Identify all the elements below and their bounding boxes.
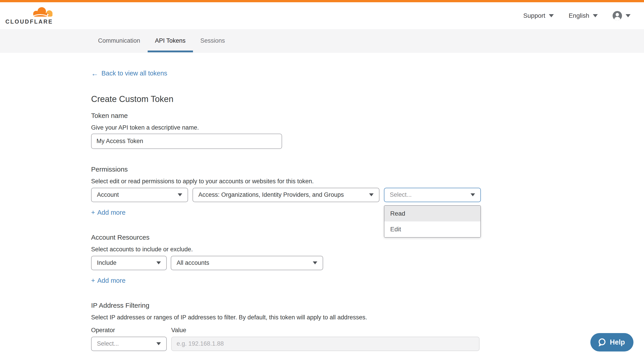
ip-filtering-section: IP Address Filtering Select IP addresses… <box>91 301 553 351</box>
chevron-down-icon <box>593 14 598 17</box>
back-link[interactable]: ← Back to view all tokens <box>91 70 167 77</box>
tab-communication[interactable]: Communication <box>91 29 148 52</box>
profile-tabbar: Communication API Tokens Sessions <box>0 29 644 53</box>
permissions-section: Permissions Select edit or read permissi… <box>91 165 553 216</box>
plus-icon: + <box>91 277 95 284</box>
chevron-down-icon <box>470 193 475 196</box>
account-menu[interactable] <box>612 11 630 21</box>
permissions-heading: Permissions <box>91 165 553 173</box>
chevron-down-icon <box>313 261 317 264</box>
menu-option-read[interactable]: Read <box>384 206 480 221</box>
chat-bubble-icon <box>597 337 606 347</box>
tab-api-tokens-label: API Tokens <box>155 37 186 44</box>
support-label: Support <box>523 12 545 19</box>
token-name-section: Token name Give your API token a descrip… <box>91 112 553 149</box>
ip-filtering-labels-row: Operator Value <box>91 327 553 334</box>
cloudflare-logo[interactable]: CLOUDFLARE <box>6 7 54 25</box>
menu-option-edit[interactable]: Edit <box>384 221 480 237</box>
user-avatar-icon <box>612 11 622 21</box>
operator-label: Operator <box>91 327 171 334</box>
language-menu[interactable]: English <box>568 12 598 19</box>
permissions-description: Select edit or read permissions to apply… <box>91 178 553 185</box>
permissions-controls-row: Account Access: Organizations, Identity … <box>91 188 553 202</box>
account-resources-section: Account Resources Select accounts to inc… <box>91 233 553 284</box>
chevron-down-icon <box>626 14 630 17</box>
ip-operator-select[interactable]: Select... <box>91 337 167 351</box>
token-name-description: Give your API token a descriptive name. <box>91 124 553 131</box>
cloudflare-cloud-icon <box>30 7 54 18</box>
chevron-down-icon <box>549 14 554 17</box>
active-tab-indicator <box>148 51 193 52</box>
chevron-down-icon <box>178 193 182 196</box>
account-resources-controls-row: Include All accounts <box>91 256 553 270</box>
back-link-label: Back to view all tokens <box>102 70 167 77</box>
value-label: Value <box>171 327 186 334</box>
cloudflare-logo-text: CLOUDFLARE <box>6 19 53 25</box>
language-label: English <box>568 12 589 19</box>
chevron-down-icon <box>369 193 374 196</box>
help-button-label: Help <box>610 338 625 346</box>
header-actions: Support English <box>523 11 630 21</box>
tab-sessions[interactable]: Sessions <box>193 29 232 52</box>
plus-icon: + <box>91 209 95 216</box>
permission-level-menu: Read Edit <box>384 205 481 238</box>
page: CLOUDFLARE Support English <box>0 0 644 358</box>
permission-level-placeholder: Select... <box>390 191 412 198</box>
permission-scope-value: Account <box>97 191 119 198</box>
help-button[interactable]: Help <box>590 333 634 351</box>
add-account-resource-button[interactable]: + Add more <box>91 277 126 284</box>
left-arrow-icon: ← <box>91 70 98 77</box>
account-mode-select[interactable]: Include <box>91 256 167 270</box>
permission-level-select[interactable]: Select... Read Edit <box>384 188 481 202</box>
permission-resource-value: Access: Organizations, Identity Provider… <box>198 191 344 198</box>
add-account-resource-label: Add more <box>98 277 126 284</box>
ip-filtering-controls-row: Select... <box>91 337 553 351</box>
account-mode-value: Include <box>97 259 116 266</box>
ip-filtering-description: Select IP addresses or ranges of IP addr… <box>91 314 553 321</box>
accounts-select-value: All accounts <box>176 259 209 266</box>
accounts-select[interactable]: All accounts <box>171 256 323 270</box>
token-name-input[interactable] <box>91 134 282 149</box>
permission-resource-select[interactable]: Access: Organizations, Identity Provider… <box>192 188 380 202</box>
add-permission-label: Add more <box>98 209 126 216</box>
page-title: Create Custom Token <box>91 94 553 104</box>
chevron-down-icon <box>156 261 161 264</box>
main-content: ← Back to view all tokens Create Custom … <box>91 53 553 351</box>
brand-accent-bar <box>0 0 644 2</box>
add-permission-button[interactable]: + Add more <box>91 209 126 216</box>
tab-api-tokens[interactable]: API Tokens <box>148 29 193 52</box>
ip-operator-placeholder: Select... <box>97 340 119 347</box>
app-header: CLOUDFLARE Support English <box>0 2 644 29</box>
ip-value-input[interactable] <box>171 337 480 351</box>
ip-filtering-heading: IP Address Filtering <box>91 301 553 309</box>
token-name-heading: Token name <box>91 112 553 120</box>
tab-communication-label: Communication <box>98 37 140 44</box>
support-menu[interactable]: Support <box>523 12 554 19</box>
tab-sessions-label: Sessions <box>200 37 225 44</box>
permission-scope-select[interactable]: Account <box>91 188 188 202</box>
account-resources-heading: Account Resources <box>91 233 553 241</box>
account-resources-description: Select accounts to include or exclude. <box>91 246 553 253</box>
chevron-down-icon <box>156 342 161 345</box>
